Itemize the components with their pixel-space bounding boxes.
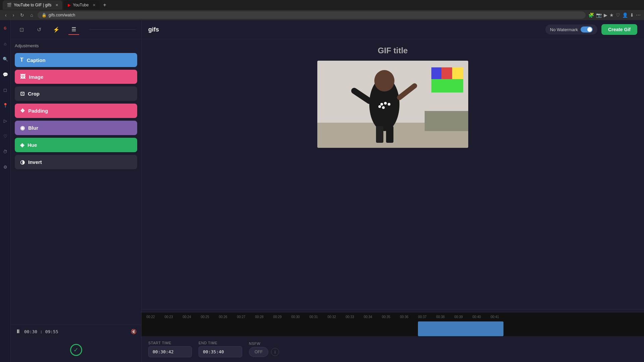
tab-youtube[interactable]: ▶ YouTube ✕: [64, 0, 100, 10]
icon-sidebar: G ⌂ 🔍 💬 ◻ 📍 ▷ ♡ ⏱ ⚙: [0, 20, 11, 362]
panel-icon-loop[interactable]: ↺: [34, 24, 44, 35]
image-btn[interactable]: 🖼 Image: [15, 70, 137, 84]
watermark-toggle[interactable]: No Watermark: [545, 24, 597, 35]
account-button[interactable]: 👤: [622, 12, 628, 18]
video-toolbar-button[interactable]: ▶: [604, 12, 607, 18]
blur-btn[interactable]: ◉ Blur: [15, 121, 137, 135]
toggle-switch[interactable]: [581, 26, 593, 33]
nsfw-row: OFF i: [249, 347, 279, 357]
tab1-label: YouTube to GIF | gifs: [14, 3, 51, 7]
caption-icon: T: [20, 57, 23, 63]
extensions-button[interactable]: 🧩: [588, 12, 594, 18]
timeline-selection[interactable]: [418, 321, 503, 336]
top-bar: gifs No Watermark Create Gif: [142, 20, 644, 39]
image-icon: 🖼: [20, 74, 25, 80]
gif-area: GIF title: [142, 39, 644, 309]
invert-label: Invert: [28, 159, 42, 165]
hue-icon: ◈: [20, 142, 24, 148]
start-time-group: START TIME: [148, 341, 192, 357]
nsfw-info-button[interactable]: i: [271, 348, 279, 356]
download-button[interactable]: ⬇: [630, 12, 634, 18]
sidebar-item-play[interactable]: ▷: [1, 116, 10, 125]
sidebar-item-heart[interactable]: ♡: [1, 131, 10, 141]
mute-button[interactable]: 🔇: [131, 329, 137, 334]
svg-point-16: [382, 106, 385, 109]
panel-icon-bolt[interactable]: ⚡: [51, 24, 62, 35]
current-time: 00:30 : 09:55: [24, 329, 58, 334]
tab2-label: YouTube: [73, 3, 89, 7]
sidebar-logo: G: [1, 23, 10, 33]
toggle-knob: [587, 27, 592, 32]
hue-label: Hue: [28, 142, 37, 148]
sidebar-item-clock[interactable]: ⏱: [1, 147, 10, 156]
heart-button[interactable]: ♡: [616, 12, 620, 18]
padding-btn[interactable]: ❖ Padding: [15, 104, 137, 118]
back-button[interactable]: ‹: [3, 12, 8, 18]
gif-title: GIF title: [378, 46, 408, 55]
create-gif-button[interactable]: Create Gif: [601, 24, 637, 35]
nsfw-group: NSFW OFF i: [249, 342, 279, 357]
check-circle: ✓: [70, 344, 82, 356]
tab2-close[interactable]: ✕: [93, 3, 96, 7]
hue-btn[interactable]: ◈ Hue: [15, 138, 137, 152]
browser-toolbar: 🧩 📷 ▶ ★ ♡ 👤 ⬇ ⋯: [588, 12, 641, 18]
blur-label: Blur: [28, 125, 38, 131]
video-frame-svg: [317, 61, 468, 148]
svg-point-12: [380, 103, 383, 106]
sidebar-item-messages[interactable]: 💬: [1, 70, 10, 79]
tab-active[interactable]: 🎬 YouTube to GIF | gifs ✕: [3, 0, 62, 10]
tab1-close[interactable]: ✕: [55, 3, 58, 7]
left-panel: ⊡ ↺ ⚡ ☰ Adjustments T Caption 🖼 Image ⊡ …: [11, 20, 142, 362]
play-pause-button[interactable]: ⏸: [15, 328, 21, 335]
panel-icon-crop[interactable]: ⊡: [16, 24, 27, 35]
reload-button[interactable]: ↻: [18, 12, 26, 18]
sidebar-item-settings[interactable]: ⚙: [1, 162, 10, 172]
crop-btn[interactable]: ⊡ Crop: [15, 86, 137, 101]
crop-label: Crop: [28, 91, 40, 97]
timeline-track[interactable]: [142, 321, 644, 336]
nsfw-label: NSFW: [249, 342, 279, 346]
svg-rect-18: [386, 126, 393, 143]
nsfw-button[interactable]: OFF: [249, 347, 268, 357]
invert-btn[interactable]: ◑ Invert: [15, 155, 137, 169]
svg-point-9: [374, 70, 394, 92]
svg-point-14: [388, 103, 390, 106]
svg-point-13: [384, 102, 387, 105]
padding-icon: ❖: [20, 108, 25, 114]
end-time-group: END TIME: [199, 341, 242, 357]
svg-rect-7: [431, 79, 463, 93]
menu-button[interactable]: ⋯: [636, 12, 641, 18]
url-text: gifs.com/watch: [49, 13, 75, 17]
caption-label: Caption: [27, 57, 46, 63]
new-tab-button[interactable]: +: [101, 2, 108, 8]
app-logo: gifs: [148, 26, 159, 33]
svg-rect-3: [425, 111, 468, 131]
address-bar[interactable]: 🔒 gifs.com/watch: [38, 11, 586, 19]
svg-point-15: [378, 105, 381, 108]
start-time-input[interactable]: [148, 346, 192, 357]
start-time-label: START TIME: [148, 341, 192, 345]
timeline-section: 00:2200:2300:2400:2500:2600:2700:2800:29…: [142, 309, 644, 362]
panel-header: ⊡ ↺ ⚡ ☰: [11, 20, 141, 39]
sidebar-item-search[interactable]: 🔍: [1, 54, 10, 64]
nav-bar: ‹ › ↻ ⌂ 🔒 gifs.com/watch 🧩 📷 ▶ ★ ♡ 👤 ⬇ ⋯: [0, 10, 644, 20]
end-time-input[interactable]: [199, 346, 242, 357]
sidebar-item-location[interactable]: 📍: [1, 101, 10, 110]
camera-button[interactable]: 📷: [596, 12, 602, 18]
video-preview: [317, 61, 468, 148]
end-time-label: END TIME: [199, 341, 242, 345]
top-right: No Watermark Create Gif: [545, 24, 637, 35]
panel-icon-sliders[interactable]: ☰: [68, 24, 79, 35]
blur-icon: ◉: [20, 125, 25, 131]
padding-label: Padding: [28, 108, 48, 114]
bookmark-button[interactable]: ★: [609, 12, 614, 18]
adjustments-title: Adjustments: [15, 42, 137, 50]
playback-bar: ⏸ 00:30 : 09:55 🔇: [11, 325, 141, 338]
home-nav-button[interactable]: ⌂: [29, 12, 35, 18]
tab-bar: 🎬 YouTube to GIF | gifs ✕ ▶ YouTube ✕ +: [0, 0, 644, 10]
forward-button[interactable]: ›: [11, 12, 16, 18]
browser-chrome: 🎬 YouTube to GIF | gifs ✕ ▶ YouTube ✕ + …: [0, 0, 644, 20]
caption-btn[interactable]: T Caption: [15, 53, 137, 67]
sidebar-item-home[interactable]: ⌂: [1, 39, 10, 48]
sidebar-item-instagram[interactable]: ◻: [1, 85, 10, 95]
